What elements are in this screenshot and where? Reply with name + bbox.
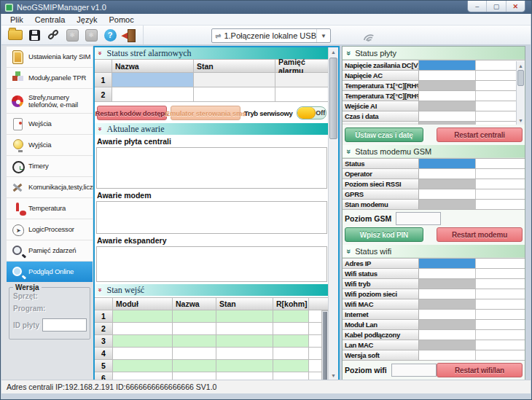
field-value (419, 200, 476, 209)
exit-button[interactable]: ◀ (120, 27, 138, 43)
sidebar-item-inputs[interactable]: Wejścia (7, 114, 93, 135)
table-row[interactable]: 5 (95, 360, 329, 372)
field-label: Temperatura T1[°C][RH%] (343, 81, 419, 90)
tools-icon (11, 181, 24, 194)
sidebar-item-communication[interactable]: Komunikacja,testy,liczniki (7, 177, 93, 198)
column-header-rkohm[interactable]: R[kohm] (273, 298, 309, 310)
alarm-clock-icon (11, 160, 24, 173)
connection-selector[interactable]: ⇌ 1.Połączenie lokalne USB ▼ (211, 28, 331, 43)
field-label: Adres IP (343, 259, 419, 268)
column-header-stan[interactable]: Stan (194, 60, 275, 72)
field-value (419, 111, 476, 121)
sim-card-icon (11, 50, 24, 63)
sidebar-item-logicprocessor[interactable]: LogicProcessor (7, 219, 93, 240)
help-icon: ? (104, 29, 117, 42)
column-header-nazwa[interactable]: Nazwa (173, 298, 216, 310)
sidebar-item-event-memory[interactable]: Pamięć zdarzeń (7, 240, 93, 262)
field-label: Wejście AI (343, 101, 419, 111)
field-value (419, 299, 476, 309)
minimize-button[interactable]: – (468, 1, 487, 12)
restart-modem-button[interactable]: Restart modemu (437, 227, 523, 242)
sidebar-item-sim[interactable]: Ustawienia karty SIM (7, 47, 93, 68)
table-row[interactable]: 3 (95, 335, 329, 348)
column-header-modul[interactable]: Moduł (113, 298, 173, 310)
expander-faults-label: Awarie ekspandery (97, 236, 329, 245)
connect-link-icon (47, 28, 60, 42)
field-value (419, 320, 476, 329)
collapse-chevron-icon: » (98, 288, 105, 292)
service-mode-toggle[interactable]: Off (297, 106, 326, 119)
enter-pin-button[interactable]: Wpisz kod PIN (345, 227, 423, 242)
restart-access-codes-button[interactable]: Restart kodów dostępu (97, 106, 167, 120)
table-row[interactable]: 1 (95, 310, 329, 323)
menu-pomoc[interactable]: Pomoc (103, 15, 139, 24)
scrollbar-thumb[interactable] (329, 58, 337, 139)
section-header-board-status[interactable]: » Status płyty (343, 47, 525, 60)
board-status-scrollbar[interactable]: ▲ ▼ (516, 61, 525, 125)
middle-pane-scrollbar[interactable]: ▲ ▼ (328, 47, 338, 380)
field-value (419, 60, 476, 70)
field-value (419, 310, 476, 319)
version-title: Wersja (13, 283, 42, 291)
chevron-down-icon: ▼ (316, 29, 330, 42)
menu-plik[interactable]: Plik (4, 15, 29, 24)
sms-emulator-button[interactable]: Emulator sterowania sms (171, 106, 240, 120)
toggle-state-label: Off (316, 107, 326, 119)
board-id-label: ID płyty (13, 321, 39, 329)
wifi-level-input[interactable] (391, 364, 437, 377)
column-header-pamiec-alarmu[interactable]: Pamięć alarmu (275, 60, 329, 72)
board-status-grid: Napięcie zasilania DC[V] Napięcie AC Tem… (343, 60, 525, 125)
table-row[interactable]: 6 (95, 372, 329, 380)
maximize-button[interactable]: ▢ (487, 1, 506, 12)
sidebar-item-timers[interactable]: Timery (7, 156, 93, 177)
restart-wifi-lan-button[interactable]: Restart wifi/lan (437, 363, 523, 377)
section-header-gsm-status[interactable]: » Status modemu GSM (343, 145, 525, 158)
sidebar-item-outputs[interactable]: Wyjścia (7, 135, 93, 156)
table-row[interactable]: 1 (95, 73, 329, 87)
set-time-button[interactable]: Ustaw czas i datę (345, 128, 423, 142)
close-button[interactable]: ✕ (506, 1, 525, 12)
scroll-down-arrow[interactable]: ▼ (517, 116, 525, 125)
toggle-knob (297, 107, 316, 119)
menu-jezyk[interactable]: Język (71, 15, 103, 24)
section-header-wifi-status[interactable]: » Status wifi (343, 245, 525, 258)
board-faults-label: Awarie płyta centrali (97, 137, 329, 146)
firmware-button-2[interactable] (82, 27, 100, 43)
gsm-level-input[interactable] (396, 212, 441, 225)
save-button[interactable] (26, 27, 43, 43)
help-button[interactable]: ? (101, 27, 119, 43)
field-label: Wifi status (343, 269, 419, 278)
magnifier-icon (11, 244, 24, 257)
table-row[interactable]: 2 (95, 87, 329, 102)
scroll-up-arrow[interactable]: ▲ (517, 61, 525, 70)
version-groupbox: Wersja Sprzęt: Program: ID płyty (9, 287, 90, 340)
field-label: Status (343, 159, 419, 168)
scroll-down-arrow[interactable]: ▼ (329, 371, 338, 380)
board-id-input[interactable] (42, 318, 87, 332)
column-header-nazwa[interactable]: Nazwa (112, 60, 194, 72)
sidebar-item-temperature[interactable]: Temperatura (7, 198, 93, 219)
sidebar-item-zones[interactable]: Strefy,numery telefonów, e-mail (7, 89, 93, 114)
sidebar-item-online-preview[interactable]: Podgląd Online (7, 262, 93, 283)
scroll-up-arrow[interactable]: ▲ (329, 47, 338, 56)
scrollbar-thumb[interactable] (323, 312, 327, 380)
collapse-chevron-icon: » (98, 51, 105, 55)
table-row[interactable]: 4 (95, 348, 329, 360)
firmware-button-1[interactable] (63, 27, 81, 43)
wifi-signal-icon (361, 28, 376, 42)
menu-centrala[interactable]: Centrala (29, 15, 71, 24)
open-file-button[interactable] (7, 27, 24, 43)
sidebar-item-modules[interactable]: Moduły,panele TPR (7, 68, 93, 89)
section-header-current-faults[interactable]: » Aktualne awarie (95, 123, 329, 135)
column-header-stan[interactable]: Stan (216, 298, 273, 310)
restart-central-button[interactable]: Restart centrali (437, 128, 523, 142)
connect-button[interactable] (44, 27, 62, 43)
magnifier-icon (11, 265, 24, 278)
field-label: Wersja soft (343, 350, 419, 360)
zone-name-cell[interactable] (112, 87, 194, 101)
field-value (419, 101, 476, 111)
table-row[interactable]: 2 (95, 323, 329, 335)
section-header-inputs-state[interactable]: » Stan wejść (95, 284, 329, 296)
zone-name-cell[interactable] (112, 73, 194, 87)
scrollbar-thumb[interactable] (517, 70, 524, 86)
